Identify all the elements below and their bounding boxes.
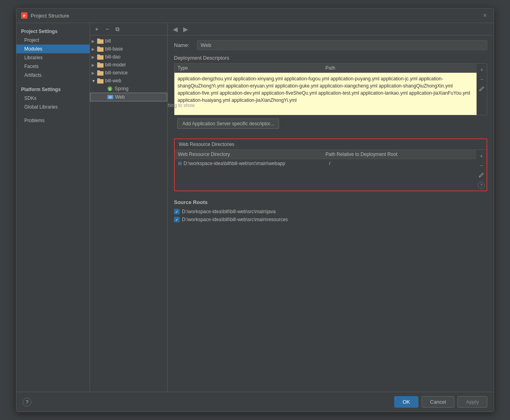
name-field-row: Name: [174, 40, 487, 50]
sidebar-item-problems[interactable]: Problems [16, 116, 90, 125]
help-button[interactable]: ? [23, 398, 31, 406]
svg-rect-12 [97, 79, 104, 84]
bottom-bar: ? OK Cancel Apply [16, 392, 494, 412]
web-resource-relative: / [329, 161, 473, 166]
name-input[interactable] [197, 40, 487, 50]
tree-item-web[interactable]: W Web [90, 93, 167, 101]
add-module-button[interactable]: + [92, 25, 101, 33]
svg-rect-6 [97, 55, 104, 60]
app-icon: P [21, 12, 27, 19]
folder-icon-bill [97, 38, 104, 44]
remove-module-button[interactable]: − [103, 25, 111, 33]
nav-bar: ◀ ▶ [168, 23, 494, 35]
tree-item-bill-service[interactable]: ▶ bill-service [90, 69, 167, 77]
sidebar-item-facets[interactable]: Facets [16, 62, 90, 71]
tree-item-bill[interactable]: ▶ bill [90, 37, 167, 45]
copy-module-button[interactable]: ⧉ [113, 25, 122, 33]
name-label: Name: [174, 42, 194, 48]
folder-icon-bill-service [97, 70, 104, 76]
svg-rect-3 [97, 39, 100, 40]
add-server-button[interactable]: Add Application Server specific descript… [177, 119, 279, 129]
svg-rect-13 [97, 78, 100, 80]
tree-arrow-bill: ▶ [92, 39, 97, 43]
tree-item-bill-dao[interactable]: ▶ bill-dao [90, 53, 167, 61]
ok-button[interactable]: OK [394, 396, 418, 408]
svg-text:S: S [109, 87, 111, 91]
web-resource-table: Web Resource Directory Path Relative to … [175, 150, 476, 191]
deployment-remove-button[interactable]: − [477, 75, 486, 84]
cancel-button[interactable]: Cancel [422, 396, 454, 408]
tree-arrow-bill-web: ▼ [92, 79, 97, 83]
right-panel-with-sidebar: ◀ ▶ Name: Deployment Descriptors [168, 23, 494, 392]
web-icon: W [107, 94, 113, 100]
deployment-edit-button[interactable] [477, 84, 486, 93]
deployment-text: application-dengzhou.yml application-xin… [178, 76, 470, 103]
tree-item-bill-web[interactable]: ▼ bill-web [90, 77, 167, 85]
svg-rect-9 [97, 62, 100, 64]
web-resource-row-icon: ⊞ [178, 161, 182, 166]
spring-icon: S [107, 86, 113, 91]
sidebar-item-global-libraries[interactable]: Global Libraries [16, 103, 90, 111]
svg-rect-5 [97, 47, 100, 48]
sidebar-item-libraries[interactable]: Libraries [16, 53, 90, 62]
sidebar-item-modules[interactable]: Modules [16, 45, 90, 53]
deployment-toolbar: + − [477, 64, 487, 115]
dialog-title: Project Structure [31, 13, 69, 19]
deployment-section: Deployment Descriptors Type Path applica… [174, 55, 487, 132]
web-resource-toolbar: + − ? [476, 150, 487, 191]
web-resource-help-button[interactable]: ? [478, 182, 485, 189]
folder-icon-bill-web [97, 78, 104, 84]
source-roots-section: Source Roots D:\workspace-idea\bill\bill… [174, 199, 487, 224]
svg-rect-2 [97, 39, 104, 44]
bottom-left: ? [23, 398, 31, 406]
tree-item-bill-model[interactable]: ▶ bill-model [90, 61, 167, 69]
folder-icon-bill-dao [97, 54, 104, 60]
source-root-resources-path: D:\workspace-idea\bill\bill-web\src\main… [182, 217, 288, 222]
source-root-resources-checkbox[interactable] [174, 217, 180, 222]
web-resource-add-button[interactable]: + [477, 152, 486, 160]
deployment-table-header: Type Path [174, 64, 477, 73]
sidebar-item-sdks[interactable]: SDKs [16, 94, 90, 103]
apply-button[interactable]: Apply [457, 396, 487, 408]
svg-rect-11 [97, 70, 100, 72]
nav-forward-button[interactable]: ▶ [181, 25, 190, 33]
title-bar-left: P Project Structure [21, 12, 69, 19]
tree-arrow-bill-service: ▶ [92, 71, 97, 75]
platform-settings-heading: Platform Settings [16, 84, 90, 94]
deployment-area[interactable]: application-dengzhou.yml application-xin… [174, 73, 477, 115]
svg-rect-4 [97, 47, 104, 52]
web-resource-table-container: Web Resource Directory Path Relative to … [175, 150, 487, 191]
web-resource-edit-button[interactable] [477, 171, 486, 179]
tree-item-spring[interactable]: S Spring [90, 85, 167, 93]
project-structure-dialog: P Project Structure × Project Settings P… [16, 8, 494, 412]
web-resource-edit-icon [479, 172, 484, 178]
deployment-table: Type Path application-dengzhou.yml appli… [174, 64, 477, 115]
deployment-title: Deployment Descriptors [174, 55, 487, 61]
web-resource-path: D:\workspace-idea\bill\bill-web\src\main… [184, 161, 328, 166]
nav-back-button[interactable]: ◀ [171, 25, 180, 33]
source-root-resources: D:\workspace-idea\bill\bill-web\src\main… [174, 216, 487, 224]
sidebar-item-artifacts[interactable]: Artifacts [16, 71, 90, 80]
module-tree: ▶ bill ▶ bill-base [90, 35, 167, 392]
deployment-add-button[interactable]: + [477, 65, 486, 74]
close-button[interactable]: × [481, 12, 489, 19]
tree-panel: + − ⧉ ▶ bill ▶ [90, 23, 168, 392]
svg-rect-7 [97, 54, 100, 56]
main-content: Project Settings Project Modules Librari… [16, 23, 494, 392]
tree-item-bill-base[interactable]: ▶ bill-base [90, 45, 167, 53]
tree-arrow-bill-model: ▶ [92, 63, 97, 67]
right-content: Name: Deployment Descriptors Type Path [168, 35, 494, 392]
web-resource-remove-button[interactable]: − [477, 161, 486, 170]
svg-rect-10 [97, 71, 104, 76]
web-resource-row: ⊞ D:\workspace-idea\bill\bill-web\src\ma… [175, 159, 476, 168]
web-resource-title: Web Resource Directories [175, 139, 487, 150]
source-root-java-path: D:\workspace-idea\bill\bill-web\src\main… [182, 209, 276, 214]
bottom-actions: OK Cancel Apply [394, 396, 487, 408]
sidebar-item-project[interactable]: Project [16, 36, 90, 45]
source-root-java-checkbox[interactable] [174, 209, 180, 214]
edit-icon [479, 86, 485, 91]
deployment-table-container: Type Path application-dengzhou.yml appli… [174, 63, 487, 115]
tree-toolbar: + − ⧉ [90, 23, 167, 35]
project-settings-heading: Project Settings [16, 26, 90, 36]
svg-rect-8 [97, 63, 104, 68]
